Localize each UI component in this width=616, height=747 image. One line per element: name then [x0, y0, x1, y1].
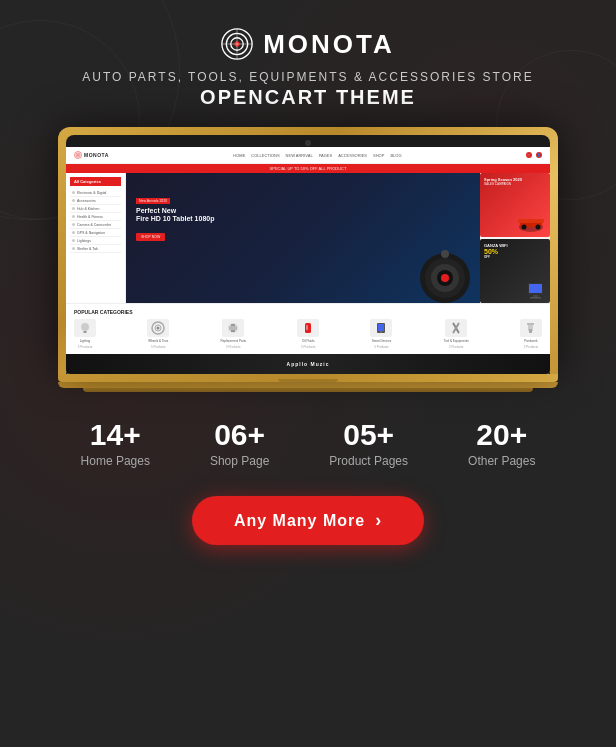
mini-hero-text: New Arrivals 2020 Perfect New Fire HD 10… — [136, 188, 214, 242]
theme-subtitle: OPENCART THEME — [200, 86, 416, 109]
mini-categories: POPULAR CATEGORIES Lighting — [66, 303, 550, 354]
mini-cat-icon-lighting — [74, 319, 96, 337]
svg-rect-23 — [530, 297, 541, 299]
mini-sidebar-item: Camera & Camcorder — [70, 221, 121, 229]
mini-hero-btn: SHOP NOW — [136, 233, 165, 241]
svg-rect-41 — [527, 323, 534, 325]
svg-rect-40 — [529, 329, 532, 333]
stat-label-home: Home Pages — [81, 454, 150, 468]
mini-cat-items: Lighting 5 Products — [74, 319, 542, 349]
mini-cat-item-tools: Tool & Equipments 5 Products — [444, 319, 469, 349]
mini-cat-item-paint: Paintwork 5 Products — [520, 319, 542, 349]
mini-banner-card-2: GANZA WIFI 50% OFF — [480, 239, 550, 303]
laptop-screen-outer: MONOTA HOME COLLECTIONS NEW ARRIVAL PAGE… — [58, 127, 558, 374]
cta-button[interactable]: Any Many More › — [192, 496, 424, 545]
mini-cat-icon-wheels — [147, 319, 169, 337]
screen-content: MONOTA HOME COLLECTIONS NEW ARRIVAL PAGE… — [66, 147, 550, 374]
svg-rect-22 — [533, 295, 538, 297]
tools-icon — [449, 321, 463, 335]
mini-sidebar-item: Lightings — [70, 237, 121, 245]
banner1-img — [516, 213, 546, 233]
mini-top-banner: SPECIAL UP TO 50% OFF ALL PRODUCT — [66, 164, 550, 173]
svg-point-36 — [381, 331, 383, 333]
lighting-icon — [78, 322, 92, 334]
laptop-mockup: MONOTA HOME COLLECTIONS NEW ARRIVAL PAGE… — [58, 127, 558, 392]
mini-nav-collections: COLLECTIONS — [251, 153, 279, 158]
mini-nav-home: HOME — [233, 153, 245, 158]
mini-nav-new: NEW ARRIVAL — [286, 153, 313, 158]
mini-hero-title-line2: Fire HD 10 Tablet 1080p — [136, 215, 214, 223]
mini-cat-item-lighting: Lighting 5 Products — [74, 319, 96, 349]
mini-nav-accessories: ACCESSORIES — [338, 153, 367, 158]
mini-main: All Categories Electronic & Digital Acce… — [66, 173, 550, 303]
svg-rect-17 — [518, 219, 544, 223]
stat-label-other: Other Pages — [468, 454, 535, 468]
mini-cat-icon-paint — [520, 319, 542, 337]
brand-tagline: AUTO PARTS, TOOLS, EQUIPMENTS & ACCESSOR… — [82, 70, 533, 84]
stat-label-shop: Shop Page — [210, 454, 269, 468]
oil-icon — [301, 321, 315, 335]
mini-user-icon: 👤 — [536, 152, 542, 158]
stat-number-shop: 06+ — [214, 420, 265, 450]
stat-item-other: 20+ Other Pages — [468, 420, 535, 468]
mini-nav-shop: SHOP — [373, 153, 384, 158]
stat-number-other: 20+ — [476, 420, 527, 450]
mini-sidebar: All Categories Electronic & Digital Acce… — [66, 173, 126, 303]
mini-header: MONOTA HOME COLLECTIONS NEW ARRIVAL PAGE… — [66, 147, 550, 164]
brand-name: MONOTA — [263, 29, 395, 60]
stat-item-shop: 06+ Shop Page — [210, 420, 269, 468]
mini-sidebar-item: Accessories — [70, 197, 121, 205]
banner2-img — [523, 281, 548, 301]
svg-point-13 — [441, 274, 449, 282]
mini-logo-text: MONOTA — [84, 152, 109, 158]
paint-icon — [524, 321, 538, 335]
logo-icon — [221, 28, 253, 60]
svg-point-28 — [157, 327, 160, 330]
stat-label-product: Product Pages — [329, 454, 408, 468]
cta-section: Any Many More › — [192, 488, 424, 545]
mini-cat-icon-smart — [370, 319, 392, 337]
stats-section: 14+ Home Pages 06+ Shop Page 05+ Product… — [0, 392, 616, 488]
laptop-base — [58, 374, 558, 382]
mini-bottom-text: Appllo Muzic — [287, 361, 330, 367]
cta-label: Any Many More — [234, 512, 365, 530]
cta-arrow-icon: › — [375, 510, 382, 531]
wheels-icon — [151, 321, 165, 335]
svg-rect-25 — [84, 331, 87, 333]
mini-sidebar-item: Health & Fitness — [70, 213, 121, 221]
mini-nav-pages: PAGES — [319, 153, 333, 158]
svg-point-14 — [441, 250, 449, 258]
svg-point-18 — [522, 225, 527, 230]
mini-cat-item-oil: Oil Fluids 5 Products — [297, 319, 319, 349]
laptop-webcam — [305, 140, 311, 146]
stat-item-product: 05+ Product Pages — [329, 420, 408, 468]
mini-sidebar-item: GPS & Navigation — [70, 229, 121, 237]
mini-cat-item-smart: Smart Devices 5 Products — [370, 319, 392, 349]
stat-number-home: 14+ — [90, 420, 141, 450]
mini-sidebar-item: Shelter & Tab — [70, 245, 121, 253]
mini-hero-title-line1: Perfect New — [136, 207, 214, 215]
mini-cat-icon-oil — [297, 319, 319, 337]
stat-item-home: 14+ Home Pages — [81, 420, 150, 468]
mini-nav: HOME COLLECTIONS NEW ARRIVAL PAGES ACCES… — [233, 153, 401, 158]
mini-sidebar-item: Hub & Kitchen — [70, 205, 121, 213]
mini-cat-icon-tools — [445, 319, 467, 337]
smart-icon — [374, 321, 388, 335]
mini-hero-tag: New Arrivals 2020 — [136, 198, 170, 204]
svg-rect-31 — [229, 326, 237, 330]
mini-logo: MONOTA — [74, 151, 109, 159]
svg-point-19 — [536, 225, 541, 230]
header: MONOTA AUTO PARTS, TOOLS, EQUIPMENTS & A… — [0, 0, 616, 127]
mini-cat-title: POPULAR CATEGORIES — [74, 309, 542, 315]
logo-row: MONOTA — [221, 28, 395, 60]
svg-rect-33 — [306, 325, 308, 330]
mini-banner-card-1: Spring Season 2020 SALES CAMPAIGN — [480, 173, 550, 237]
mini-sidebar-title: All Categories — [70, 177, 121, 186]
mini-cart-icon: 🛒 — [526, 152, 532, 158]
mini-cat-item-wheels: Wheels & Tires 5 Products — [147, 319, 169, 349]
mini-cat-item-replacement: Replacement Parts 5 Products — [220, 319, 246, 349]
svg-point-8 — [77, 154, 79, 156]
mini-icons: 🛒 👤 — [526, 152, 542, 158]
mini-cat-icon-replacement — [222, 319, 244, 337]
mini-speaker-svg — [415, 238, 475, 303]
